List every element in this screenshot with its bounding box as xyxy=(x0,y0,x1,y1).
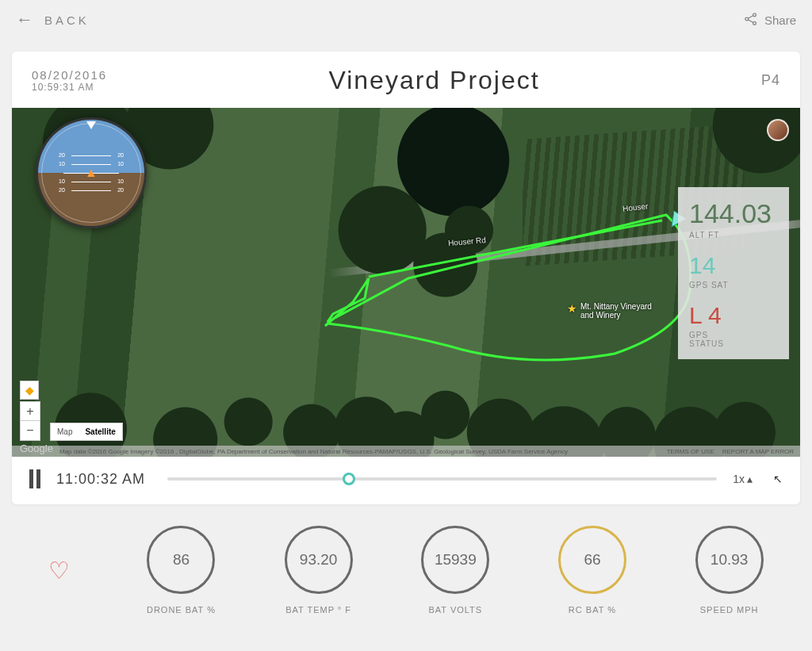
plus-icon: + xyxy=(26,404,33,419)
gps-status-label: GPS STATUS xyxy=(689,331,781,348)
altitude-value: 144.03 xyxy=(689,198,781,229)
flight-date: 08/20/2016 xyxy=(32,68,107,82)
zoom-out-button[interactable]: − xyxy=(21,421,40,440)
terms-of-use-link[interactable]: TERMS OF USE xyxy=(667,448,714,455)
metric-label: BAT VOLTS xyxy=(428,605,482,615)
map-attribution: Map data ©2016 Google Imagery ©2016 , Di… xyxy=(12,446,800,457)
metric-bat-volts: 15939 BAT VOLTS xyxy=(421,526,489,615)
zoom-in-button[interactable]: + xyxy=(21,402,40,421)
share-label: Share xyxy=(764,13,796,27)
speed-label: 1x xyxy=(733,473,745,485)
map-type-satellite[interactable]: Satellite xyxy=(79,423,121,440)
back-button[interactable]: ← BACK xyxy=(16,10,90,30)
pegman-icon: ◆ xyxy=(25,384,34,396)
share-button[interactable]: Share xyxy=(744,12,796,29)
pause-icon xyxy=(36,469,40,488)
pitch-mark: 20 xyxy=(117,187,124,193)
svg-line-3 xyxy=(748,15,753,18)
page-title: Vineyard Project xyxy=(328,66,539,95)
metric-drone-bat: 86 DRONE BAT % xyxy=(147,526,216,615)
playback-slider[interactable] xyxy=(167,477,717,481)
gauge: 10.93 xyxy=(695,526,764,594)
playback-speed-selector[interactable]: 1x ▴ xyxy=(733,473,753,485)
flight-time: 10:59:31 AM xyxy=(32,82,107,93)
gps-status-value: L 4 xyxy=(689,302,781,329)
telemetry-panel: 144.03 ALT FT 14 GPS SAT L 4 GPS STATUS xyxy=(678,187,789,359)
drone-model-label: P4 xyxy=(761,72,780,89)
report-error-link[interactable]: REPORT A MAP ERROR xyxy=(722,448,794,455)
main-card: 08/20/2016 10:59:31 AM Vineyard Project … xyxy=(12,52,800,504)
attitude-indicator: 2020 1010 1010 2020 ▲ xyxy=(36,117,147,228)
metric-label: BAT TEMP ° F xyxy=(285,605,351,615)
header-row: 08/20/2016 10:59:31 AM Vineyard Project … xyxy=(12,52,800,108)
cursor-icon: ↖ xyxy=(773,473,783,485)
metric-speed: 10.93 SPEED MPH xyxy=(695,526,764,615)
map-poi-marker[interactable]: ★ Mt. Nittany Vineyard and Winery xyxy=(567,302,652,320)
favorite-button[interactable]: ♡ xyxy=(48,557,78,584)
playback-time: 11:00:32 AM xyxy=(56,471,151,488)
metric-label: RC BAT % xyxy=(569,605,616,615)
playback-bar: 11:00:32 AM 1x ▴ ↖ xyxy=(12,457,800,504)
map-view[interactable]: Houser Rd Houser ★ Mt. Nittany Vineyard … xyxy=(12,108,800,457)
chevron-up-icon: ▴ xyxy=(747,473,753,485)
pitch-mark: 20 xyxy=(117,152,124,158)
heart-icon: ♡ xyxy=(48,557,70,584)
pitch-mark: 10 xyxy=(59,178,65,184)
user-avatar[interactable] xyxy=(767,119,789,141)
pause-button[interactable] xyxy=(29,469,40,488)
metric-label: DRONE BAT % xyxy=(147,605,216,615)
zoom-controls: + − xyxy=(20,401,40,441)
slider-thumb[interactable] xyxy=(343,473,355,485)
gps-sat-value: 14 xyxy=(689,252,781,279)
poi-name: Mt. Nittany Vineyard and Winery xyxy=(580,302,652,320)
pitch-mark: 20 xyxy=(59,187,65,193)
gps-sat-label: GPS SAT xyxy=(689,281,781,289)
pitch-mark: 20 xyxy=(59,152,65,158)
metric-bat-temp: 93.20 BAT TEMP ° F xyxy=(285,526,353,615)
star-icon: ★ xyxy=(567,302,577,315)
metric-rc-bat: 66 RC BAT % xyxy=(558,526,626,615)
flight-datetime: 08/20/2016 10:59:31 AM xyxy=(32,68,107,93)
pitch-mark: 10 xyxy=(117,178,124,184)
arrow-left-icon: ← xyxy=(16,10,36,30)
topbar: ← BACK Share xyxy=(0,0,812,40)
altitude-label: ALT FT xyxy=(689,231,781,239)
pitch-mark: 10 xyxy=(117,161,124,167)
streetview-button[interactable]: ◆ xyxy=(20,381,39,400)
map-type-map[interactable]: Map xyxy=(51,423,79,440)
map-type-toggle: Map Satellite xyxy=(50,423,123,441)
back-label: BACK xyxy=(44,13,90,27)
minus-icon: − xyxy=(26,423,33,438)
share-icon xyxy=(744,12,758,29)
pitch-mark: 10 xyxy=(59,161,65,167)
gauge: 86 xyxy=(147,526,215,594)
svg-line-4 xyxy=(748,19,753,22)
metrics-row: ♡ 86 DRONE BAT % 93.20 BAT TEMP ° F 1593… xyxy=(0,516,812,632)
gauge: 15939 xyxy=(421,526,489,594)
attitude-aircraft-icon: ▲ xyxy=(85,166,98,180)
metric-label: SPEED MPH xyxy=(700,605,759,615)
pause-icon xyxy=(29,469,33,488)
gauge: 93.20 xyxy=(285,526,353,594)
attribution-text: Map data ©2016 Google Imagery ©2016 , Di… xyxy=(59,448,568,455)
gauge: 66 xyxy=(558,526,626,594)
